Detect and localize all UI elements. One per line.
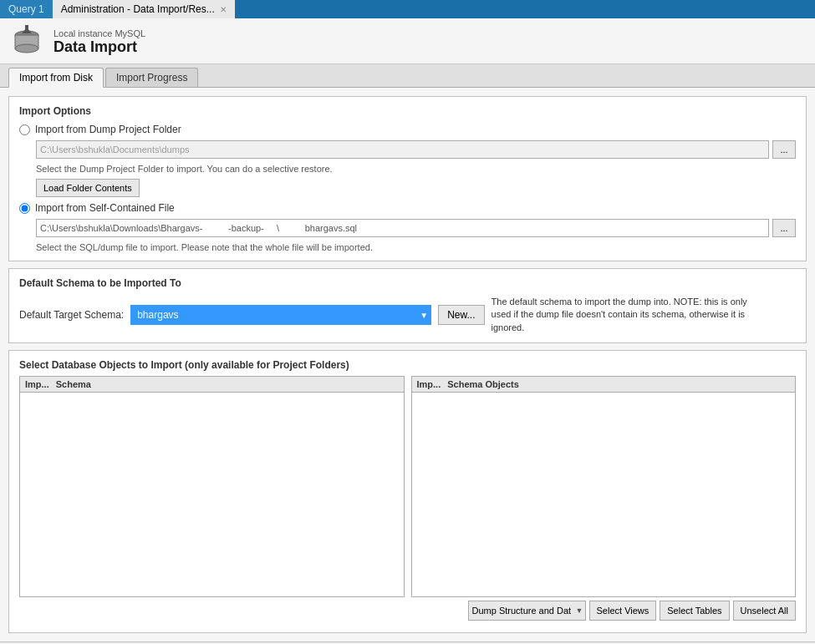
tab-import-from-disk[interactable]: Import from Disk (8, 68, 104, 88)
self-contained-path-row: ... (36, 219, 796, 237)
self-contained-path-input[interactable] (36, 219, 769, 237)
import-options-title: Import Options (19, 105, 796, 117)
app-header: Local instance MySQL Data Import (0, 18, 815, 64)
dump-folder-path-input[interactable] (36, 140, 769, 159)
schema-select[interactable]: bhargavs (130, 305, 431, 325)
tab-import-progress[interactable]: Import Progress (105, 68, 198, 87)
db-table-footer: Dump Structure and Dat ▼ Select Views Se… (19, 597, 796, 624)
db-table-left: Imp... Schema (19, 376, 405, 597)
dump-folder-path-row: ... (36, 140, 796, 159)
radio-self-contained[interactable] (19, 203, 30, 214)
db-table-left-header: Imp... Schema (20, 377, 404, 393)
db-table-left-body (20, 393, 404, 596)
new-schema-button[interactable]: New... (438, 305, 484, 325)
tab-query1-label: Query 1 (8, 3, 44, 15)
db-objects-section: Select Database Objects to Import (only … (8, 350, 807, 633)
svg-rect-4 (25, 25, 28, 33)
radio-row-dump-folder: Import from Dump Project Folder (19, 124, 796, 135)
content-area: Import Options Import from Dump Project … (0, 88, 815, 641)
schema-label: Default Target Schema: (19, 309, 124, 321)
dump-type-select[interactable]: Dump Structure and Dat (468, 601, 586, 621)
tab-admin-label: Administration - Data Import/Res... (61, 3, 215, 15)
main-tabs: Import from Disk Import Progress (0, 64, 815, 88)
schema-select-wrapper: bhargavs ▼ (130, 305, 431, 325)
select-views-button[interactable]: Select Views (589, 601, 657, 621)
tab-admin[interactable]: Administration - Data Import/Res... ✕ (53, 0, 235, 18)
radio-self-contained-label[interactable]: Import from Self-Contained File (35, 202, 175, 214)
tab-query1[interactable]: Query 1 (0, 0, 53, 18)
left-col-imp: Imp... (25, 379, 49, 389)
schema-section-title: Default Schema to be Imported To (19, 277, 796, 289)
radio-dump-folder[interactable] (19, 124, 30, 135)
app-title: Data Import (53, 38, 145, 56)
schema-row: Default Target Schema: bhargavs ▼ New...… (19, 296, 796, 334)
db-table-right: Imp... Schema Objects (411, 376, 797, 597)
radio-row-self-contained: Import from Self-Contained File (19, 202, 796, 214)
data-import-icon (10, 25, 43, 58)
schema-note: The default schema to import the dump in… (492, 296, 759, 334)
dump-folder-hint: Select the Dump Project Folder to import… (36, 164, 796, 174)
db-table-right-header: Imp... Schema Objects (412, 377, 796, 393)
db-objects-title: Select Database Objects to Import (only … (19, 359, 796, 371)
title-bar: Query 1 Administration - Data Import/Res… (0, 0, 815, 18)
schema-section: Default Schema to be Imported To Default… (8, 268, 807, 343)
right-col-imp: Imp... (417, 379, 441, 389)
dump-folder-browse-button[interactable]: ... (772, 140, 796, 159)
db-objects-tables: Imp... Schema Imp... Schema Objects (19, 376, 796, 597)
db-table-right-body (412, 393, 796, 596)
left-col-schema: Schema (56, 379, 91, 389)
import-options-panel: Import Options Import from Dump Project … (8, 96, 807, 261)
select-tables-button[interactable]: Select Tables (660, 601, 729, 621)
app-subtitle: Local instance MySQL (53, 28, 145, 38)
close-icon[interactable]: ✕ (220, 5, 227, 14)
self-contained-browse-button[interactable]: ... (772, 219, 796, 237)
svg-point-2 (15, 44, 38, 53)
unselect-all-button[interactable]: Unselect All (733, 601, 796, 621)
self-contained-hint: Select the SQL/dump file to import. Plea… (36, 242, 796, 252)
radio-dump-folder-label[interactable]: Import from Dump Project Folder (35, 124, 181, 135)
right-col-schema-objects: Schema Objects (447, 379, 519, 389)
app-title-block: Local instance MySQL Data Import (53, 28, 145, 56)
load-folder-contents-button[interactable]: Load Folder Contents (36, 179, 140, 197)
import-options: Import from Dump Project Folder ... Sele… (19, 124, 796, 252)
dump-type-select-wrapper: Dump Structure and Dat ▼ (468, 601, 586, 621)
